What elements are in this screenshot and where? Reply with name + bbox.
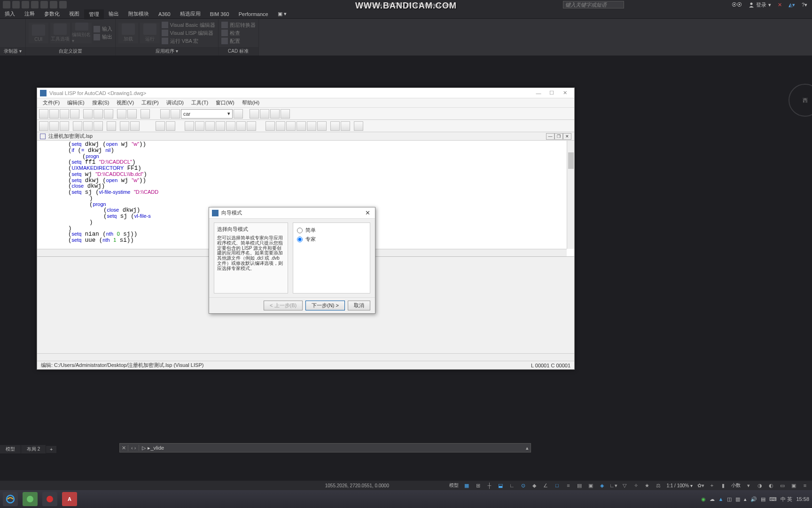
cmdline-close-icon[interactable]: ✕	[120, 445, 128, 451]
debug-step-out-icon[interactable]	[205, 121, 215, 131]
radio-simple-input[interactable]	[297, 228, 303, 233]
isolate-icon[interactable]: ▭	[777, 481, 788, 490]
quick-properties-icon[interactable]: ▾	[743, 481, 754, 490]
vlisp-menu-item[interactable]: 编辑(E)	[63, 98, 88, 107]
ribbon-list-item[interactable]: Visual LISP 编辑器	[162, 30, 215, 37]
vertical-scrollbar[interactable]	[567, 141, 574, 249]
add-watch-icon[interactable]	[265, 121, 275, 131]
cut-icon[interactable]	[83, 109, 93, 119]
tray-a360-icon[interactable]: ▲	[718, 496, 724, 502]
help-toolbar-icon[interactable]	[354, 121, 363, 131]
ribbon-list-item[interactable]: 图层转换器	[221, 22, 256, 29]
minimize-button[interactable]: —	[532, 90, 545, 96]
ribbon-overflow-icon[interactable]: ▣ ▾	[273, 9, 291, 18]
wizard-close-button[interactable]: ✕	[363, 209, 372, 216]
tab-model[interactable]: 模型	[0, 445, 21, 453]
qat-new-icon[interactable]	[12, 1, 20, 8]
annotation-scale[interactable]: 1:1 / 100% ▾	[664, 483, 695, 488]
tray-audio-icon[interactable]: 🔊	[750, 496, 757, 502]
toggle-breakpoint-icon[interactable]	[247, 121, 256, 131]
taskbar-record[interactable]	[42, 492, 57, 506]
clean-screen-icon[interactable]: ▣	[789, 481, 799, 490]
radio-expert[interactable]: 专家	[297, 236, 366, 243]
ribbon-tab[interactable]: 管理	[84, 8, 104, 19]
drawing-area[interactable]: 西 Visual LISP for AutoCAD <Drawing1.dwg>…	[0, 56, 812, 481]
check-selection-icon[interactable]	[60, 121, 69, 131]
ribbon-list-item[interactable]: 检查	[221, 30, 256, 37]
select-window-icon[interactable]	[166, 121, 175, 131]
qat-app-icon[interactable]	[3, 1, 10, 8]
trace-window-icon[interactable]	[341, 121, 350, 131]
customize-icon[interactable]: ≡	[800, 481, 810, 490]
selection-filter-icon[interactable]: ▽	[619, 481, 630, 490]
paste-icon[interactable]	[104, 109, 113, 119]
command-line[interactable]: ✕ ‹ › ▷▸_vlide ▴	[119, 443, 531, 452]
debug-reset-icon[interactable]	[236, 121, 246, 131]
infocenter-icon[interactable]: ⦿⦿	[730, 2, 744, 8]
a360-icon[interactable]: ◭▾	[787, 2, 797, 8]
debug-step-into-icon[interactable]	[185, 121, 194, 131]
ribbon-button[interactable]: 运行	[140, 23, 160, 43]
tray-plot-icon[interactable]: ◫	[727, 496, 732, 502]
doc-tab-label[interactable]: 注册机加密测试.lsp	[48, 133, 93, 140]
ribbon-panel-label[interactable]: CAD 标准	[219, 47, 258, 56]
qat-undo-icon[interactable]	[40, 1, 48, 8]
doc-close-button[interactable]: ✕	[563, 133, 571, 140]
ribbon-tab[interactable]: 参数化	[39, 9, 64, 19]
ribbon-button[interactable]: 加载	[118, 23, 138, 43]
print-icon[interactable]	[70, 109, 79, 119]
ribbon-tab[interactable]: 精选应用	[175, 9, 205, 19]
undo-icon[interactable]	[117, 109, 126, 119]
ribbon-tab[interactable]: 输出	[104, 9, 124, 19]
trace-icon[interactable]	[130, 121, 140, 131]
hardware-accel-icon[interactable]: ◐	[766, 481, 776, 490]
infer-icon[interactable]: ┼	[484, 481, 494, 490]
debug-continue-icon[interactable]	[216, 121, 225, 131]
lineweight-icon[interactable]: ≡	[563, 481, 573, 490]
snap-icon[interactable]: ⊞	[473, 481, 483, 490]
scrollbar-thumb[interactable]	[568, 152, 574, 169]
ribbon-panel-label[interactable]: 应用程序 ▾	[116, 47, 218, 56]
exchange-icon[interactable]: ✕	[776, 2, 784, 8]
taskbar-ie[interactable]	[3, 492, 18, 506]
qat-more-icon[interactable]	[59, 1, 67, 8]
grid-icon[interactable]: ▦	[461, 481, 472, 490]
add-layout-button[interactable]: +	[46, 446, 56, 453]
status-model-label[interactable]: 模型	[447, 482, 461, 489]
tray-ime-label[interactable]: 中 英	[781, 496, 792, 503]
ribbon-list-item[interactable]: 运行 VBA 宏	[162, 38, 215, 45]
ortho-icon[interactable]: ∟	[507, 481, 517, 490]
taskbar-start[interactable]	[23, 492, 38, 506]
tab-layout[interactable]: 布局 2	[21, 445, 46, 453]
tray-monitor-icon[interactable]: ▥	[735, 496, 740, 502]
tray-wechat-icon[interactable]: ◉	[701, 496, 706, 502]
tray-cloud-icon[interactable]: ☁	[710, 496, 715, 502]
search-input[interactable]: 键入关键字或短语	[563, 1, 624, 8]
lock-ui-icon[interactable]: ◑	[755, 481, 765, 490]
ribbon-button[interactable]: CUI	[29, 23, 48, 43]
vlisp-menu-item[interactable]: 工程(P)	[138, 98, 163, 107]
ribbon-panel-label[interactable]: 自定义设置	[26, 47, 115, 56]
bookmark-toggle-icon[interactable]	[250, 109, 259, 119]
cmdline-dropdown-icon[interactable]: ▴	[524, 445, 531, 451]
workspace-switch-icon[interactable]: ✿▾	[695, 481, 706, 490]
polar-icon[interactable]: ⊙	[518, 481, 528, 490]
tray-input-icon[interactable]: ⌨	[769, 496, 777, 502]
open-file-icon[interactable]	[49, 109, 59, 119]
activate-acad-icon[interactable]	[156, 121, 165, 131]
ribbon-tab[interactable]: A360	[154, 10, 175, 18]
autoscale-icon[interactable]: ⚖	[653, 481, 664, 490]
cancel-button[interactable]: 取消	[348, 301, 370, 310]
login-button[interactable]: 登录 ▾	[747, 1, 773, 8]
vlisp-menu-item[interactable]: 文件(F)	[39, 98, 63, 107]
wizard-titlebar[interactable]: 向导模式 ✕	[209, 207, 375, 219]
vlisp-menu-item[interactable]: 搜索(S)	[88, 98, 113, 107]
complete-word-icon[interactable]	[141, 109, 150, 119]
find-next-icon[interactable]	[234, 109, 243, 119]
ribbon-panel-label[interactable]: 录制器 ▾	[0, 47, 25, 56]
ribbon-button[interactable]: 工具选项	[50, 23, 70, 43]
replace-icon[interactable]	[171, 109, 180, 119]
vlisp-menu-item[interactable]: 工具(T)	[187, 98, 212, 107]
find-combo[interactable]: car▾	[181, 109, 233, 119]
error-trace-icon[interactable]	[286, 121, 296, 131]
